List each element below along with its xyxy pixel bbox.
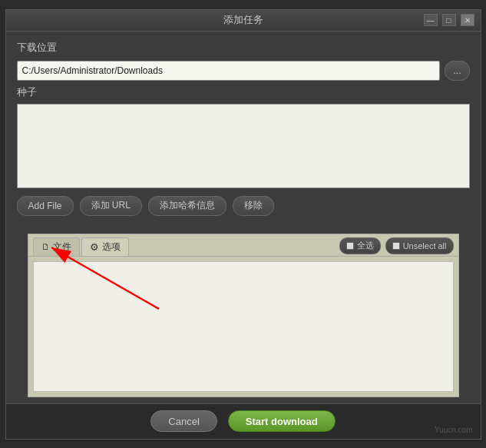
main-window: 添加任务 — □ ✕ 下载位置 ... 种子 Add File 添加 URL 添… [5,9,481,440]
download-location-label: 下载位置 [17,41,470,55]
select-all-checkbox-icon [346,242,354,250]
add-file-button[interactable]: Add File [17,196,74,216]
file-list-area [33,261,454,392]
tabs-row: 🗋 文件 ⚙ 选项 全选 Unselect [28,234,458,257]
path-input[interactable] [17,61,441,81]
tab-options-label: 选项 [102,241,121,254]
unselect-all-button[interactable]: Unselect all [385,237,454,254]
tab-right-controls: 全选 Unselect all [339,237,454,256]
lower-panel: 🗋 文件 ⚙ 选项 全选 Unselect [28,234,459,397]
unselect-all-checkbox-icon [392,242,400,250]
restore-button[interactable]: □ [442,14,456,26]
action-button-row: Add File 添加 URL 添加哈希信息 移除 [17,196,470,216]
minimize-button[interactable]: — [424,14,438,26]
remove-button[interactable]: 移除 [233,196,274,216]
select-all-button[interactable]: 全选 [339,237,381,254]
path-row: ... [17,61,470,81]
browse-button[interactable]: ... [445,61,469,81]
divider: · · · · · · · · · · · · · · · · · · · · [17,221,470,229]
seed-textarea[interactable] [17,104,470,188]
start-download-button[interactable]: Start download [228,410,336,432]
cancel-button[interactable]: Cancel [150,410,217,432]
tab-files-label: 文件 [53,241,71,254]
bottom-bar: Cancel Start download Yuucn.com [6,403,481,439]
window-title: 添加任务 [166,13,320,27]
close-button[interactable]: ✕ [461,14,474,26]
title-bar: 添加任务 — □ ✕ [6,10,481,32]
seed-label: 种子 [17,85,470,99]
watermark: Yuucn.com [435,426,472,434]
gear-icon: ⚙ [90,241,99,253]
add-hash-button[interactable]: 添加哈希信息 [148,196,226,216]
content-area: 下载位置 ... 种子 Add File 添加 URL 添加哈希信息 移除 · … [6,32,481,403]
title-controls: — □ ✕ [320,14,474,26]
tab-options[interactable]: ⚙ 选项 [81,237,129,256]
unselect-all-label: Unselect all [403,241,447,251]
select-all-label: 全选 [357,240,374,251]
tab-files[interactable]: 🗋 文件 [33,237,80,256]
file-icon: 🗋 [41,242,50,251]
add-url-button[interactable]: 添加 URL [80,196,142,216]
